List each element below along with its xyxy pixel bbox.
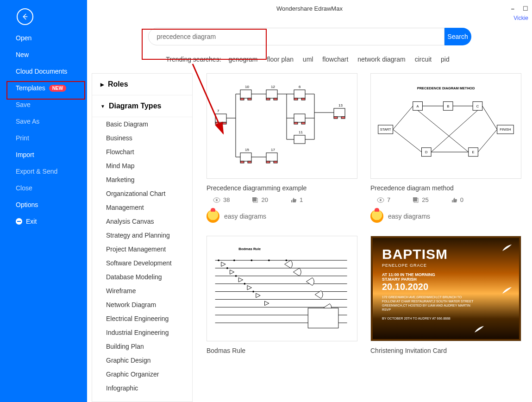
- diagram-preview: PRECEDENCE DIAGRAM METHOD START A B C D …: [376, 80, 515, 172]
- svg-rect-3: [248, 98, 251, 100]
- filter-type-item[interactable]: Mind Map: [92, 159, 192, 173]
- sidebar-item-label: New: [16, 51, 29, 58]
- svg-line-75: [431, 110, 477, 152]
- arrow-left-icon: [21, 13, 29, 21]
- baptism-preview: BAPTISM PENELOPE GRACE AT 11:00 IN THE M…: [371, 236, 521, 341]
- sidebar-item-templates[interactable]: Templates NEW: [0, 80, 87, 96]
- user-label[interactable]: Vickie: [513, 15, 528, 21]
- template-thumbnail[interactable]: 10 12 6 7 11 13 15 17: [207, 73, 357, 179]
- template-stats: 38 20 1: [207, 196, 357, 203]
- filter-section-diagram-types[interactable]: ▼ Diagram Types: [92, 95, 192, 117]
- filter-type-item[interactable]: Business: [92, 131, 192, 145]
- filter-type-item[interactable]: Network Diagram: [92, 298, 192, 312]
- svg-rect-6: [266, 98, 270, 100]
- template-author[interactable]: easy diagrams: [370, 210, 521, 223]
- maximize-button[interactable]: ☐: [523, 5, 528, 12]
- search-row: Search: [87, 28, 532, 45]
- template-thumbnail[interactable]: Bodmas Rule: [207, 236, 357, 341]
- sidebar-item-open[interactable]: Open: [0, 30, 87, 46]
- exit-icon: [16, 218, 22, 225]
- sidebar-item-export-send[interactable]: Export & Send: [0, 163, 87, 180]
- filter-type-item[interactable]: Graphic Design: [92, 353, 192, 367]
- template-thumbnail[interactable]: PRECEDENCE DIAGRAM METHOD START A B C D …: [370, 73, 521, 179]
- sidebar-item-import[interactable]: Import: [0, 146, 87, 163]
- trending-link[interactable]: uml: [303, 56, 313, 63]
- filter-type-item[interactable]: Management: [92, 201, 192, 214]
- trending-link[interactable]: pid: [441, 56, 450, 63]
- author-name: easy diagrams: [224, 213, 266, 220]
- trending-link[interactable]: genogram: [228, 56, 257, 63]
- filter-type-item[interactable]: Building Plan: [92, 339, 192, 353]
- baptism-date: 20.10.2020: [382, 282, 510, 292]
- filter-type-item[interactable]: Database Modeling: [92, 270, 192, 284]
- filter-type-item[interactable]: Basic Diagram: [92, 117, 192, 131]
- svg-rect-20: [294, 135, 305, 144]
- sidebar-item-exit[interactable]: Exit: [0, 213, 87, 230]
- template-thumbnail[interactable]: BAPTISM PENELOPE GRACE AT 11:00 IN THE M…: [370, 236, 521, 341]
- baptism-time: AT 11:00 IN THE MORNING ST.MARY PARISH: [382, 272, 510, 282]
- filter-type-item[interactable]: Project Management: [92, 242, 192, 256]
- filter-section-roles[interactable]: ▶ Roles: [92, 74, 192, 95]
- filter-type-item[interactable]: Wireframe: [92, 284, 192, 298]
- template-card: Bodmas Rule: [207, 236, 357, 354]
- minimize-button[interactable]: –: [511, 5, 514, 12]
- sidebar-item-save-as[interactable]: Save As: [0, 113, 87, 130]
- eye-icon: [213, 197, 220, 203]
- svg-rect-7: [274, 98, 277, 100]
- svg-text:7: 7: [217, 109, 219, 113]
- trending-link[interactable]: flowchart: [322, 56, 348, 63]
- svg-rect-16: [294, 114, 305, 122]
- trending-link[interactable]: floor plan: [267, 56, 294, 63]
- svg-text:FINISH: FINISH: [500, 127, 511, 132]
- filter-type-item[interactable]: Marketing: [92, 173, 192, 187]
- sidebar-item-save[interactable]: Save: [0, 96, 87, 113]
- filter-type-item[interactable]: Graphic Organizer: [92, 367, 192, 381]
- filter-type-item[interactable]: Software Development: [92, 256, 192, 270]
- template-author[interactable]: easy diagrams: [207, 210, 357, 223]
- baptism-footer: BY OCTOBER 20TH TO AUDREY AT 666.8888: [382, 316, 475, 320]
- svg-rect-5: [266, 90, 277, 98]
- svg-line-71: [393, 130, 422, 152]
- sidebar-item-options[interactable]: Options: [0, 196, 87, 213]
- sidebar-item-print[interactable]: Print: [0, 130, 87, 146]
- search-button[interactable]: Search: [444, 28, 471, 45]
- filter-type-item[interactable]: Infographic: [92, 381, 192, 395]
- stat-copies: 20: [261, 196, 268, 203]
- svg-rect-51: [252, 197, 257, 201]
- sidebar-item-label: Save: [16, 101, 31, 108]
- sidebar-item-cloud-documents[interactable]: Cloud Documents: [0, 63, 87, 80]
- filter-type-item[interactable]: Flowchart: [92, 145, 192, 159]
- svg-rect-26: [240, 153, 251, 161]
- trending-link[interactable]: network diagram: [357, 56, 406, 63]
- trending-link[interactable]: circuit: [415, 56, 432, 63]
- filter-type-item[interactable]: Industrial Engineering: [92, 326, 192, 339]
- sidebar-item-label: Options: [16, 201, 38, 208]
- results-area[interactable]: 10 12 6 7 11 13 15 17: [193, 73, 532, 402]
- main-area: Search Trending searches: genogram floor…: [87, 0, 532, 402]
- sidebar-item-new[interactable]: New: [0, 46, 87, 63]
- svg-rect-14: [215, 122, 219, 124]
- svg-rect-24: [341, 117, 345, 119]
- svg-point-93: [268, 259, 270, 261]
- filter-type-item[interactable]: Strategy and Planning: [92, 228, 192, 242]
- filter-type-item[interactable]: Organizational Chart: [92, 187, 192, 201]
- filter-type-item[interactable]: Analysis Canvas: [92, 214, 192, 228]
- svg-rect-30: [266, 153, 277, 161]
- svg-text:START: START: [380, 127, 391, 132]
- search-input[interactable]: [148, 28, 444, 45]
- titlebar: Wondershare EdrawMax – ☐: [87, 0, 532, 17]
- filter-type-item[interactable]: Electrical Engineering: [92, 312, 192, 326]
- stat-likes: 0: [460, 196, 463, 203]
- sidebar-item-close[interactable]: Close: [0, 180, 87, 196]
- svg-point-97: [244, 283, 246, 285]
- sidebar-item-label: Export & Send: [16, 168, 57, 175]
- diagram-preview: Bodmas Rule: [213, 242, 351, 335]
- stat-views: 38: [223, 196, 230, 203]
- template-title: Precedence diagram method: [370, 184, 521, 192]
- baptism-heading: BAPTISM: [382, 246, 510, 262]
- svg-text:6: 6: [299, 85, 301, 89]
- sidebar-item-label: Templates: [16, 84, 45, 92]
- back-button[interactable]: [17, 8, 33, 25]
- sidebar-item-label: Exit: [26, 218, 37, 225]
- svg-text:17: 17: [271, 148, 275, 152]
